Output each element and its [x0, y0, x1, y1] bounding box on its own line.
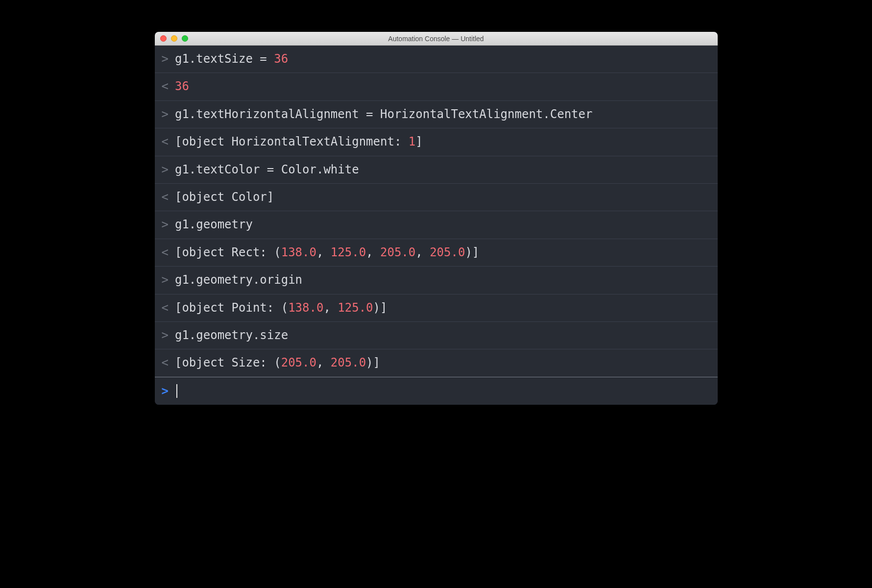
number-literal: 36: [175, 79, 189, 93]
console-output-row: <[object HorizontalTextAlignment: 1]: [155, 128, 718, 156]
input-arrow-icon: >: [162, 272, 169, 288]
code-text: g1.textSize =: [175, 52, 274, 66]
console-line-content: g1.geometry.origin: [175, 272, 302, 288]
console-input-row: >g1.textColor = Color.white: [155, 156, 718, 184]
output-arrow-icon: <: [162, 355, 169, 370]
active-prompt-arrow-icon: >: [162, 384, 169, 398]
code-text: [object Point: (: [175, 301, 288, 315]
code-text: g1.geometry.size: [175, 328, 288, 342]
console-input-row: >g1.geometry.size: [155, 322, 718, 349]
code-text: ,: [316, 245, 331, 259]
output-arrow-icon: <: [162, 134, 169, 149]
console-line-content: [object Point: (138.0, 125.0)]: [175, 300, 388, 316]
input-arrow-icon: >: [162, 217, 169, 232]
console-line-content: g1.textSize = 36: [175, 51, 288, 67]
code-text: )]: [373, 301, 388, 315]
console-body[interactable]: >g1.textSize = 36<36>g1.textHorizontalAl…: [155, 46, 718, 405]
number-literal: 36: [274, 52, 288, 66]
output-arrow-icon: <: [162, 300, 169, 316]
close-button[interactable]: [160, 35, 167, 42]
number-literal: 1: [409, 135, 415, 148]
text-cursor: [176, 384, 177, 398]
code-text: )]: [366, 356, 380, 369]
code-text: ,: [415, 245, 430, 259]
number-literal: 125.0: [338, 301, 373, 315]
console-input-row: >g1.textHorizontalAlignment = Horizontal…: [155, 101, 718, 128]
code-text: [object HorizontalTextAlignment:: [175, 135, 409, 148]
code-text: ]: [415, 135, 422, 148]
input-arrow-icon: >: [162, 327, 169, 343]
number-literal: 205.0: [331, 356, 366, 369]
output-arrow-icon: <: [162, 189, 169, 205]
number-literal: 205.0: [430, 245, 465, 259]
console-output-row: <36: [155, 73, 718, 100]
console-line-content: g1.geometry.size: [175, 327, 288, 343]
number-literal: 138.0: [288, 301, 323, 315]
code-text: g1.geometry.origin: [175, 273, 302, 287]
console-line-content: [object Rect: (138.0, 125.0, 205.0, 205.…: [175, 245, 479, 260]
code-text: )]: [465, 245, 479, 259]
code-text: [object Size: (: [175, 356, 281, 369]
console-output-row: <[object Size: (205.0, 205.0)]: [155, 349, 718, 377]
console-line-content: [object HorizontalTextAlignment: 1]: [175, 134, 423, 149]
console-line-content: g1.textColor = Color.white: [175, 162, 359, 177]
code-text: g1.geometry: [175, 218, 253, 231]
console-input-row: >g1.geometry.origin: [155, 267, 718, 294]
code-text: ,: [366, 245, 380, 259]
console-output-row: <[object Color]: [155, 184, 718, 211]
window-title: Automation Console — Untitled: [155, 35, 718, 43]
code-text: g1.textHorizontalAlignment = HorizontalT…: [175, 107, 593, 121]
maximize-button[interactable]: [182, 35, 188, 42]
console-line-content: 36: [175, 78, 189, 94]
console-line-content: g1.geometry: [175, 217, 253, 232]
console-line-content: g1.textHorizontalAlignment = HorizontalT…: [175, 106, 593, 122]
number-literal: 138.0: [281, 245, 316, 259]
input-arrow-icon: >: [162, 162, 169, 177]
active-prompt-row[interactable]: >: [155, 377, 718, 405]
minimize-button[interactable]: [171, 35, 177, 42]
console-input-row: >g1.textSize = 36: [155, 46, 718, 73]
output-arrow-icon: <: [162, 78, 169, 94]
console-line-content: [object Color]: [175, 189, 274, 205]
code-text: ,: [316, 356, 331, 369]
traffic-lights: [155, 35, 188, 42]
code-text: [object Color]: [175, 190, 274, 204]
titlebar[interactable]: Automation Console — Untitled: [155, 32, 718, 46]
number-literal: 205.0: [281, 356, 316, 369]
console-output-row: <[object Rect: (138.0, 125.0, 205.0, 205…: [155, 239, 718, 267]
number-literal: 125.0: [331, 245, 366, 259]
console-output-row: <[object Point: (138.0, 125.0)]: [155, 294, 718, 322]
input-arrow-icon: >: [162, 106, 169, 122]
number-literal: 205.0: [380, 245, 415, 259]
console-input-row: >g1.geometry: [155, 211, 718, 239]
code-text: [object Rect: (: [175, 245, 281, 259]
code-text: g1.textColor = Color.white: [175, 163, 359, 176]
code-text: ,: [323, 301, 338, 315]
output-arrow-icon: <: [162, 245, 169, 260]
input-arrow-icon: >: [162, 51, 169, 67]
console-line-content: [object Size: (205.0, 205.0)]: [175, 355, 380, 370]
console-window: Automation Console — Untitled >g1.textSi…: [155, 32, 718, 405]
